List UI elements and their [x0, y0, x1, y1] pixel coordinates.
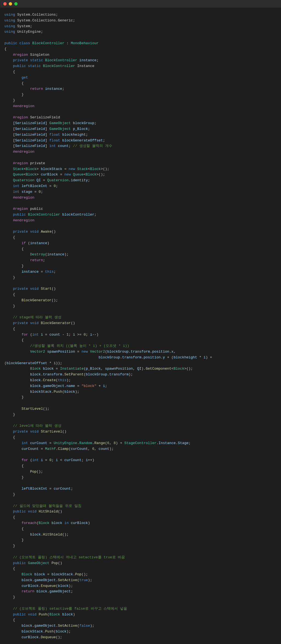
window: using System.Collections; using System.C… — [0, 0, 281, 644]
code-editor[interactable]: using System.Collections; using System.C… — [0, 8, 281, 644]
minimize-dot[interactable] — [9, 2, 12, 5]
title-bar — [0, 0, 281, 8]
maximize-dot[interactable] — [14, 2, 18, 5]
close-dot[interactable] — [3, 2, 7, 5]
